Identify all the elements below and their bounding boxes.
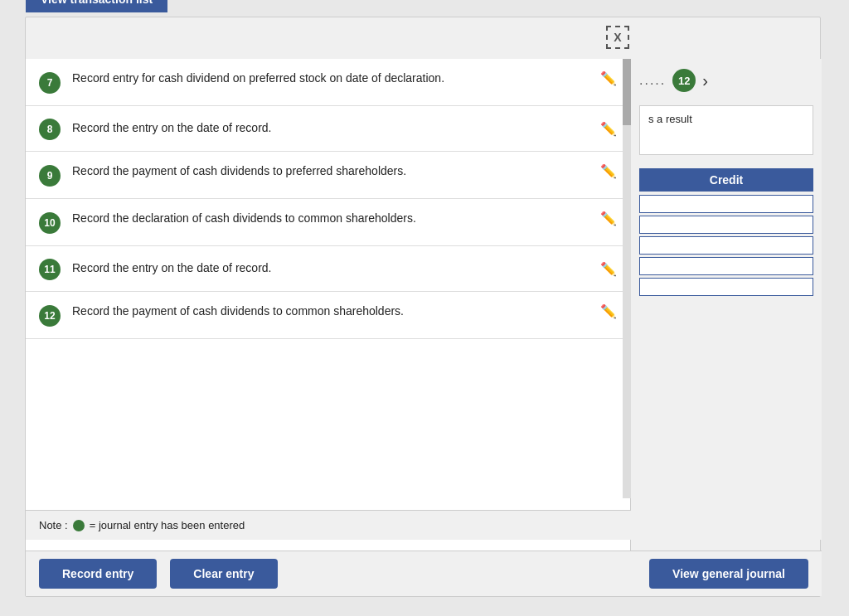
- edit-icon-10[interactable]: ✏️: [600, 211, 617, 226]
- clear-entry-button[interactable]: Clear entry: [170, 559, 277, 589]
- next-chevron-icon[interactable]: ›: [702, 71, 708, 90]
- note-suffix: = journal entry has been entered: [90, 519, 245, 531]
- right-panel: ..... 12 › s a result Credit: [631, 59, 822, 540]
- entry-text-7: Record entry for cash dividend on prefer…: [72, 70, 592, 87]
- entry-row-8: 8 Record the entry on the date of record…: [26, 106, 630, 152]
- badge-9: 9: [39, 165, 61, 187]
- credit-row-1[interactable]: [639, 195, 813, 213]
- edit-icon-7[interactable]: ✏️: [600, 70, 617, 86]
- main-container: View transaction list X 7 Record entry f…: [25, 17, 821, 597]
- result-box: s a result: [639, 105, 813, 155]
- credit-row-2[interactable]: [639, 216, 813, 234]
- credit-row-4[interactable]: [639, 257, 813, 275]
- edit-icon-11[interactable]: ✏️: [600, 261, 617, 277]
- note-dot-icon: [73, 520, 85, 531]
- nav-badge-12: 12: [672, 69, 696, 92]
- note-bar: Note : = journal entry has been entered: [26, 510, 631, 540]
- entries-panel: 7 Record entry for cash dividend on pref…: [26, 59, 631, 589]
- close-button[interactable]: X: [606, 26, 629, 49]
- entry-text-9: Record the payment of cash dividends to …: [72, 163, 592, 180]
- entry-text-12: Record the payment of cash dividends to …: [72, 303, 592, 320]
- edit-icon-8[interactable]: ✏️: [600, 121, 617, 137]
- record-entry-button[interactable]: Record entry: [39, 559, 157, 589]
- badge-10: 10: [39, 212, 61, 234]
- credit-header: Credit: [639, 168, 813, 192]
- entry-text-11: Record the entry on the date of record.: [72, 260, 592, 277]
- badge-12: 12: [39, 305, 61, 327]
- badge-7: 7: [39, 72, 61, 94]
- view-general-journal-button[interactable]: View general journal: [649, 559, 808, 589]
- edit-icon-12[interactable]: ✏️: [600, 303, 617, 319]
- navigation-row: ..... 12 ›: [631, 59, 822, 102]
- entry-row-10: 10 Record the declaration of cash divide…: [26, 199, 630, 246]
- edit-icon-9[interactable]: ✏️: [600, 163, 617, 179]
- credit-row-5[interactable]: [639, 278, 813, 296]
- note-prefix: Note :: [39, 519, 68, 531]
- entry-row-9: 9 Record the payment of cash dividends t…: [26, 152, 630, 199]
- badge-8: 8: [39, 119, 61, 140]
- result-text: s a result: [648, 113, 692, 125]
- entry-row-12: 12 Record the payment of cash dividends …: [26, 292, 630, 339]
- view-transaction-list-button[interactable]: View transaction list: [26, 0, 167, 12]
- entry-text-10: Record the declaration of cash dividends…: [72, 211, 592, 227]
- badge-11: 11: [39, 259, 61, 280]
- dots-indicator: .....: [639, 73, 666, 88]
- scrollbar[interactable]: [623, 59, 631, 498]
- scrollbar-thumb[interactable]: [623, 59, 631, 125]
- entry-row-7: 7 Record entry for cash dividend on pref…: [26, 59, 630, 106]
- entry-text-8: Record the entry on the date of record.: [72, 120, 592, 137]
- button-bar: Record entry Clear entry View general jo…: [26, 551, 822, 596]
- entry-row-11: 11 Record the entry on the date of recor…: [26, 246, 630, 292]
- credit-row-3[interactable]: [639, 236, 813, 255]
